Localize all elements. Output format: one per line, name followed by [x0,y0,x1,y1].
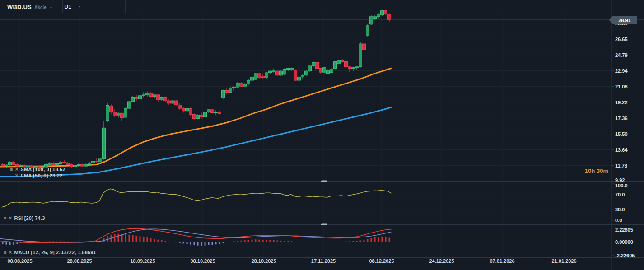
candle-body [207,110,210,112]
legend-macd: ≡ × MACD [12, 26, 9] 2.03722, 1.58591 [4,250,96,255]
trading-chart-window: 28.5126.6524.7922.9421.0819.2217.3615.50… [0,0,644,270]
indicator-close-icon[interactable]: × [9,216,12,220]
toolbar-separator [125,0,126,13]
candle-body [258,74,261,78]
macd-histogram-bar [295,242,296,242]
macd-histogram-bar [208,242,210,246]
candle-body [251,77,254,80]
timeframe-selector[interactable]: D1 ▼ [65,4,81,10]
candle-body [334,62,337,69]
candle-body [355,67,359,68]
candle-body [139,96,142,99]
candle-body [124,108,127,117]
price-tick-label: 11.78 [615,163,627,168]
macd-histogram-bar [9,242,11,245]
macd-histogram-bar [255,239,257,242]
price-tick-label: 13.64 [615,147,628,153]
countdown-hours: 10 [585,168,591,174]
macd-histogram-bar [71,242,72,242]
date-tick-label: 17.11.2025 [311,258,336,264]
indicator-settings-icon[interactable]: ≡ [4,216,6,220]
candle-body [222,91,225,98]
date-tick-label: 28.08.2025 [67,258,92,264]
macd-histogram-bar [252,240,253,242]
rsi-tick-label: 30.0 [615,207,625,212]
macd-histogram-bar [147,237,148,242]
macd-histogram-bar [291,241,293,242]
price-tick-label: 9.92 [615,177,625,183]
macd-histogram-bar [53,241,54,242]
candle-body [265,73,268,78]
macd-histogram-bar [2,242,4,244]
macd-histogram-bar [56,242,58,242]
indicator-settings-icon[interactable]: ≡ [10,173,13,178]
chart-canvas[interactable]: 28.5126.6524.7922.9421.0819.2217.3615.50… [0,0,644,270]
date-tick-label: 18.09.2025 [130,258,155,264]
candle-body [312,62,315,66]
macd-histogram-bar [270,240,271,242]
macd-histogram-bar [201,242,202,246]
macd-histogram-bar [215,242,217,245]
macd-histogram-bar [335,242,336,242]
indicator-settings-icon[interactable]: ≡ [10,167,13,172]
macd-histogram-bar [140,236,141,242]
candle-body [153,95,156,97]
candle-body [135,98,138,99]
indicator-close-icon[interactable]: × [15,167,18,172]
macd-histogram-bar [389,238,390,242]
symbol-selector[interactable]: WBD.US Akcie ▼ [7,4,53,10]
macd-histogram-bar [179,242,181,243]
candle-body [59,162,62,164]
macd-histogram-bar [262,240,264,242]
macd-histogram-bar [168,242,170,242]
candle-body [243,84,247,86]
macd-histogram-bar [309,242,311,242]
panel-resize-handle[interactable] [321,224,327,226]
countdown-minutes: 30 [597,168,603,174]
candle-body [240,83,243,87]
macd-histogram-bar [353,241,354,242]
macd-histogram-bar [313,242,314,242]
candle-body [117,113,120,115]
date-tick-label: 08.12.2025 [369,258,394,264]
candle-body [377,14,380,17]
macd-histogram-bar [324,242,325,242]
candle-body [294,70,297,80]
candle-body [103,128,106,159]
countdown-hours-unit: h [591,168,597,174]
candle-body [121,113,124,117]
rsi-tick-label: 100.0 [615,183,628,188]
macd-histogram-bar [172,242,173,242]
candle-body [290,69,294,70]
date-tick-label: 24.12.2025 [429,258,454,264]
indicator-close-icon[interactable]: × [15,173,18,178]
price-tick-label: 24.79 [615,52,628,58]
macd-histogram-bar [194,242,195,246]
candle-body [337,60,341,64]
candle-body [88,163,91,164]
macd-histogram-bar [284,241,285,242]
candle-body [352,68,355,69]
macd-histogram-bar [233,241,235,242]
rsi-tick-label: 0.0 [615,218,622,223]
candle-body [345,62,348,67]
indicator-close-icon[interactable]: × [9,250,12,255]
macd-histogram-bar [288,241,289,242]
price-tick-label: 17.36 [615,116,628,121]
candle-body [204,112,207,117]
macd-histogram-bar [306,242,307,242]
legend-rsi: ≡ × RSI [20] 74.3 [4,215,45,221]
symbol-label: WBD.US [7,4,32,10]
candle-body [370,17,373,24]
timeframe-label: D1 [65,4,71,10]
macd-histogram-bar [378,237,379,242]
indicator-settings-icon[interactable]: ≡ [4,250,6,255]
candle-body [171,101,174,103]
candle-body [131,98,135,102]
candle-body [330,69,333,73]
candle-body [81,164,84,166]
macd-histogram-bar [64,242,65,242]
countdown-minutes-unit: m [603,168,608,174]
macd-histogram-bar [49,241,51,242]
panel-resize-handle[interactable] [321,181,327,182]
